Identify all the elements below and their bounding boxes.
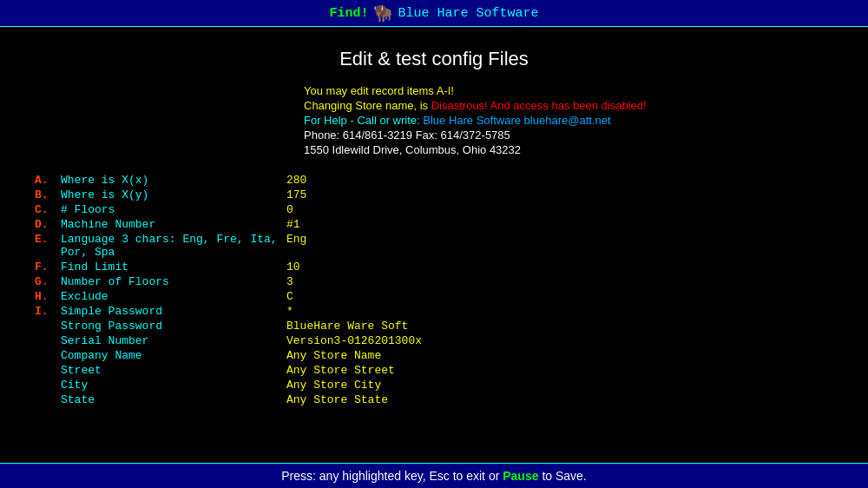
record-value: Eng <box>286 233 306 246</box>
info-line-4: Phone: 614/861-3219 Fax: 614/372-5785 <box>304 129 833 142</box>
record-value: #1 <box>286 218 300 231</box>
record-letter: G. <box>35 275 61 288</box>
info-line3-prefix: For Help - Call or write: <box>304 114 423 127</box>
record-label: Street <box>61 364 286 377</box>
record-letter: C. <box>35 203 61 216</box>
record-label: Number of Floors <box>61 275 286 288</box>
bottom-bar: Press: any highlighted key, Esc to exit … <box>0 463 868 488</box>
record-value: Any Store Street <box>286 364 395 377</box>
info-line-5: 1550 Idlewild Drive, Columbus, Ohio 4323… <box>304 143 833 156</box>
record-value: 3 <box>286 275 293 288</box>
record-label: Simple Password <box>61 305 286 318</box>
record-value: 280 <box>286 174 306 187</box>
record-letter: F. <box>35 260 61 274</box>
record-label: Exclude <box>61 290 286 303</box>
record-row: Serial NumberVersion3-0126201300x <box>35 334 833 347</box>
find-label: Find! <box>329 6 368 21</box>
top-bar: Find! 🦬 Blue Hare Software <box>0 0 868 27</box>
record-label: Where is X(x) <box>61 174 286 187</box>
record-row: F.Find Limit10 <box>35 260 833 274</box>
pause-key: Pause <box>503 469 538 483</box>
record-value: Any Store City <box>286 379 381 392</box>
main-content: Edit & test config Files You may edit re… <box>0 27 868 417</box>
record-row: B.Where is X(y)175 <box>35 188 833 201</box>
record-letter: B. <box>35 188 61 201</box>
record-row: A.Where is X(x)280 <box>35 174 833 187</box>
info-line2-prefix: Changing Store name, is <box>304 99 431 112</box>
record-value: Version3-0126201300x <box>286 334 422 347</box>
info-section: You may edit record items A-I! Changing … <box>304 84 833 156</box>
record-label: # Floors <box>61 203 286 216</box>
record-value: Any Store State <box>286 393 388 406</box>
record-label: City <box>61 379 286 392</box>
record-label: Serial Number <box>61 334 286 347</box>
record-letter: E. <box>35 233 61 246</box>
buffalo-icon: 🦬 <box>373 3 392 23</box>
record-letter: I. <box>35 305 61 318</box>
record-label: Strong Password <box>61 320 286 333</box>
record-row: Company NameAny Store Name <box>35 349 833 362</box>
record-label: Company Name <box>61 349 286 362</box>
save-text: to Save. <box>542 469 586 483</box>
info-line2-highlight: Disastrous! And access has been disabled… <box>431 99 647 112</box>
record-label: Where is X(y) <box>61 188 286 201</box>
record-row: G.Number of Floors3 <box>35 275 833 288</box>
records-section: A.Where is X(x)280B.Where is X(y)175C.# … <box>35 174 833 406</box>
record-value: 0 <box>286 203 293 216</box>
record-row: StateAny Store State <box>35 393 833 406</box>
info-line3-email: bluehare@att.net <box>524 114 611 127</box>
record-label: State <box>61 393 286 406</box>
press-text: Press: any highlighted key, Esc to exit … <box>281 469 503 483</box>
info-line-3: For Help - Call or write: Blue Hare Soft… <box>304 114 833 127</box>
record-row: I.Simple Password* <box>35 305 833 318</box>
record-letter: D. <box>35 218 61 231</box>
record-label: Language 3 chars: Eng, Fre, Ita, Por, Sp… <box>61 233 286 259</box>
record-row: StreetAny Store Street <box>35 364 833 377</box>
record-row: D.Machine Number#1 <box>35 218 833 231</box>
record-letter: H. <box>35 290 61 303</box>
company-name: Blue Hare Software <box>398 6 538 21</box>
record-row: H.ExcludeC <box>35 290 833 303</box>
info-line-1: You may edit record items A-I! <box>304 84 833 97</box>
record-row: Strong PasswordBlueHare Ware Soft <box>35 320 833 333</box>
record-label: Machine Number <box>61 218 286 231</box>
page-title: Edit & test config Files <box>35 48 833 70</box>
record-value: 10 <box>286 260 300 274</box>
record-value: 175 <box>286 188 306 201</box>
info-line3-company: Blue Hare Software <box>423 114 521 127</box>
record-row: E.Language 3 chars: Eng, Fre, Ita, Por, … <box>35 233 833 259</box>
record-row: C.# Floors0 <box>35 203 833 216</box>
record-value: C <box>286 290 293 303</box>
record-letter: A. <box>35 174 61 187</box>
record-value: * <box>286 305 293 318</box>
record-row: CityAny Store City <box>35 379 833 392</box>
info-line-2: Changing Store name, is Disastrous! And … <box>304 99 833 112</box>
record-value: BlueHare Ware Soft <box>286 320 408 333</box>
record-label: Find Limit <box>61 260 286 274</box>
record-value: Any Store Name <box>286 349 381 362</box>
